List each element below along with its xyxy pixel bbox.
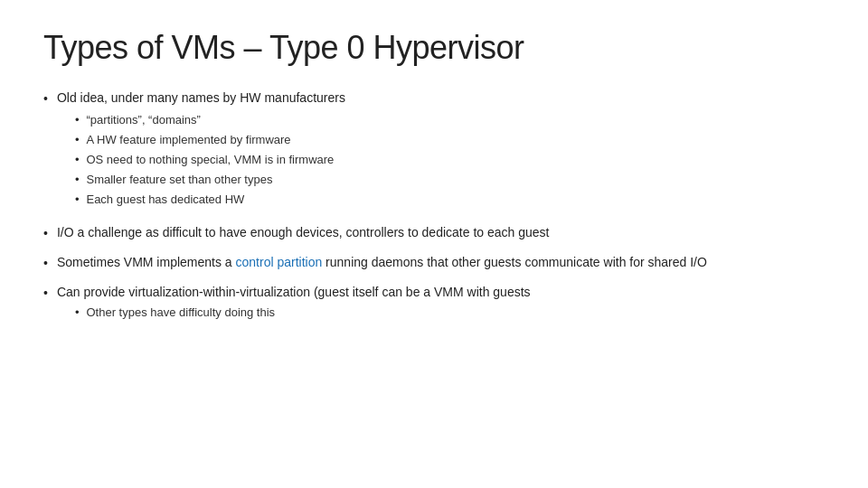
bullet-text-3: Sometimes VMM implements a control parti…: [57, 253, 825, 273]
sub-bullet-1-5: • Each guest has dedicated HW: [75, 191, 825, 209]
main-bullet-1: • Old idea, under many names by HW manuf…: [43, 89, 825, 214]
sub-dot-1-2: •: [75, 131, 80, 149]
main-bullet-3: • Sometimes VMM implements a control par…: [43, 253, 825, 274]
bullet-text-1: Old idea, under many names by HW manufac…: [57, 89, 825, 214]
sub-text-1-4: Smaller feature set than other types: [86, 171, 272, 189]
bullet-dot-3: •: [43, 254, 48, 274]
sub-bullet-1-3: • OS need to nothing special, VMM is in …: [75, 151, 825, 169]
sub-bullet-1-2: • A HW feature implemented by firmware: [75, 131, 825, 149]
sub-text-1-5: Each guest has dedicated HW: [86, 191, 244, 209]
main-bullet-4: • Can provide virtualization-within-virt…: [43, 283, 825, 328]
sub-bullets-1: • “partitions”, “domains” • A HW feature…: [75, 111, 825, 210]
bullet-dot-4: •: [43, 284, 48, 304]
bullet-dot-1: •: [43, 89, 48, 109]
sub-text-4-1: Other types have difficulty doing this: [86, 304, 275, 322]
sub-text-1-3: OS need to nothing special, VMM is in fi…: [86, 151, 334, 169]
sub-bullet-1-1: • “partitions”, “domains”: [75, 111, 825, 129]
sub-bullet-4-1: • Other types have difficulty doing this: [75, 304, 825, 322]
bullet-3-text-after: running daemons that other guests commun…: [322, 255, 707, 269]
sub-dot-4-1: •: [75, 304, 80, 322]
bullet-3-text-before: Sometimes VMM implements a: [57, 255, 236, 269]
sub-dot-1-5: •: [75, 191, 80, 209]
sub-bullets-4: • Other types have difficulty doing this: [75, 304, 825, 322]
main-bullet-2: • I/O a challenge as difficult to have e…: [43, 223, 825, 244]
bullet-3-highlight: control partition: [236, 255, 323, 269]
sub-dot-1-4: •: [75, 171, 80, 189]
sub-bullet-1-4: • Smaller feature set than other types: [75, 171, 825, 189]
bullet-1-label: Old idea, under many names by HW manufac…: [57, 90, 345, 105]
bullet-text-4: Can provide virtualization-within-virtua…: [57, 283, 825, 328]
sub-dot-1-3: •: [75, 151, 80, 169]
bullet-4-label: Can provide virtualization-within-virtua…: [57, 285, 531, 299]
bullet-text-2: I/O a challenge as difficult to have eno…: [57, 223, 825, 243]
slide-content: • Old idea, under many names by HW manuf…: [43, 89, 825, 337]
sub-text-1-1: “partitions”, “domains”: [86, 111, 200, 129]
bullet-dot-2: •: [43, 224, 48, 244]
sub-dot-1-1: •: [75, 111, 80, 129]
bullet-2-label: I/O a challenge as difficult to have eno…: [57, 225, 550, 239]
slide-title: Types of VMs – Type 0 Hypervisor: [43, 29, 825, 67]
sub-text-1-2: A HW feature implemented by firmware: [86, 131, 290, 149]
